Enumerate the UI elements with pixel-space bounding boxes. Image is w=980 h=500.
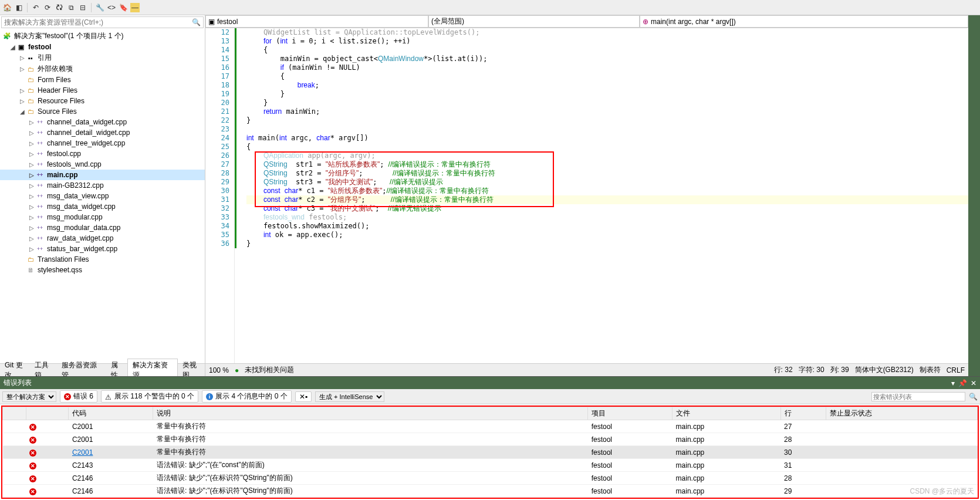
cpp-icon: ++ bbox=[35, 181, 45, 190]
error-table: 代码说明项目文件行禁止显示状态 ✕C2001常量中有换行符festoolmain… bbox=[0, 404, 980, 500]
sidebar-tab[interactable]: Git 更改 bbox=[0, 359, 30, 377]
source-file[interactable]: ▷++msg_modular.cpp bbox=[0, 212, 205, 222]
copy-icon[interactable]: ⧉ bbox=[66, 3, 76, 12]
watermark: CSDN @多云的夏天 bbox=[910, 487, 974, 496]
error-col-header[interactable]: 说明 bbox=[153, 407, 588, 420]
sidebar-tab[interactable]: 属性 bbox=[106, 359, 127, 377]
code-area[interactable]: 1213141516171819202122232425262728293031… bbox=[205, 28, 968, 363]
collapse-icon[interactable]: ⊟ bbox=[78, 3, 87, 12]
translation-files-node[interactable]: 🗀Translation Files bbox=[0, 254, 205, 265]
clear-filter[interactable]: ✕▪ bbox=[295, 391, 312, 402]
source-file[interactable]: ▷++raw_data_widget.cpp bbox=[0, 233, 205, 244]
panel-menu-icon[interactable]: ▾ bbox=[951, 379, 955, 387]
error-col-header[interactable]: 项目 bbox=[588, 407, 673, 420]
panel-pin-icon[interactable]: 📌 bbox=[958, 379, 967, 387]
error-row[interactable]: ✕C2001常量中有换行符festoolmain.cpp28 bbox=[3, 433, 978, 446]
error-icon: ✕ bbox=[29, 450, 36, 457]
wrench-icon[interactable]: 🔧 bbox=[95, 3, 104, 12]
toolbar: 🏠 ◧ ↶ ⟳ 🗘 ⧉ ⊟ 🔧 <> 🔖 — bbox=[0, 0, 980, 15]
crumb-func[interactable]: ⊕main(int argc, char * argv[]) bbox=[640, 15, 968, 28]
panel-close-icon[interactable]: ✕ bbox=[971, 379, 976, 387]
source-file[interactable]: ▷++main-GB2312.cpp bbox=[0, 180, 205, 191]
header-files-node[interactable]: ▷🗀Header Files bbox=[0, 85, 205, 96]
error-col-header[interactable]: 文件 bbox=[673, 407, 780, 420]
sync-icon[interactable]: ⟳ bbox=[43, 3, 52, 12]
editor-status: 100 % ● 未找到相关问题 行: 32 字符: 30 列: 39 简体中文(… bbox=[205, 363, 968, 376]
error-row[interactable]: ✕C2001常量中有换行符festoolmain.cpp27 bbox=[3, 420, 978, 433]
source-file[interactable]: ▷++channel_detail_widget.cpp bbox=[0, 127, 205, 138]
source-file[interactable]: ▷++festools_wnd.cpp bbox=[0, 159, 205, 170]
project-node[interactable]: ◢▣festool bbox=[0, 42, 205, 52]
error-col-header[interactable]: 代码 bbox=[69, 407, 153, 420]
error-row[interactable]: ✕C2146语法错误: 缺少";"(在标识符"QString"的前面)festo… bbox=[3, 485, 978, 498]
error-search-input[interactable] bbox=[871, 392, 965, 401]
source-files-node[interactable]: ◢🗀Source Files bbox=[0, 106, 205, 117]
cpp-icon: ++ bbox=[35, 202, 45, 211]
source-file[interactable]: ▷++msg_data_widget.cpp bbox=[0, 201, 205, 212]
error-col-header[interactable]: 禁止显示状态 bbox=[826, 407, 977, 420]
scope-select[interactable]: 整个解决方案 bbox=[2, 391, 56, 402]
sidebar-tab[interactable]: 类视图 bbox=[178, 359, 205, 377]
error-col-header[interactable] bbox=[3, 407, 26, 420]
source-file[interactable]: ▷++channel_data_widget.cpp bbox=[0, 117, 205, 127]
error-row[interactable]: ✕C2001常量中有换行符festoolmain.cpp30 bbox=[3, 446, 978, 459]
fold-margin[interactable] bbox=[235, 28, 246, 363]
source-file[interactable]: ▷++msg_data_view.cpp bbox=[0, 191, 205, 201]
error-icon: ✕ bbox=[29, 424, 36, 431]
source-file[interactable]: ▷++channel_tree_widget.cpp bbox=[0, 138, 205, 148]
form-files-node[interactable]: 🗀Form Files bbox=[0, 75, 205, 85]
source-file[interactable]: ▷++festool.cpp bbox=[0, 148, 205, 159]
solution-node[interactable]: 🧩解决方案"festool"(1 个项目/共 1 个) bbox=[0, 31, 205, 42]
resource-files-node[interactable]: ▷🗀Resource Files bbox=[0, 96, 205, 106]
code-icon[interactable]: <> bbox=[107, 3, 116, 12]
status-eol: CRLF bbox=[947, 366, 965, 374]
error-icon: ✕ bbox=[29, 475, 36, 482]
editor-breadcrumb: ▣festool (全局范围) ⊕main(int argc, char * a… bbox=[205, 15, 968, 28]
messages-filter[interactable]: i展示 4 个消息中的 0 个 bbox=[202, 390, 292, 403]
warnings-filter[interactable]: ⚠展示 118 个警告中的 0 个 bbox=[101, 390, 198, 403]
line-gutter: 1213141516171819202122232425262728293031… bbox=[205, 28, 235, 363]
crumb-scope[interactable]: (全局范围) bbox=[428, 15, 640, 28]
sidebar-tab[interactable]: 工具箱 bbox=[30, 359, 57, 377]
source-file[interactable]: ▷++status_bar_widget.cpp bbox=[0, 244, 205, 254]
editor: ▣festool (全局范围) ⊕main(int argc, char * a… bbox=[205, 15, 968, 376]
tag-icon[interactable]: 🔖 bbox=[119, 3, 128, 12]
build-filter-select[interactable]: 生成 + IntelliSense bbox=[315, 391, 384, 402]
refs-node[interactable]: ▷▪▪引用 bbox=[0, 52, 205, 63]
nav-icon[interactable]: ◧ bbox=[14, 3, 23, 12]
sidebar-tab[interactable]: 服务器资源管... bbox=[57, 359, 106, 377]
home-icon[interactable]: 🏠 bbox=[2, 3, 12, 12]
search-icon[interactable]: 🔍 bbox=[192, 18, 201, 26]
zoom-level[interactable]: 100 % bbox=[209, 366, 229, 374]
error-row[interactable]: ✕C2143语法错误: 缺少";"(在"const"的前面)festoolmai… bbox=[3, 459, 978, 472]
externals-node[interactable]: ▷🗀外部依赖项 bbox=[0, 63, 205, 75]
solution-search-input[interactable] bbox=[4, 18, 192, 26]
sidebar-tabs: Git 更改工具箱服务器资源管...属性解决方案资源...类视图 bbox=[0, 363, 205, 376]
solution-search[interactable]: 🔍 bbox=[1, 16, 204, 28]
warning-icon: ⚠ bbox=[105, 393, 112, 400]
code-text[interactable]: QWidgetList list = QApplication::topLeve… bbox=[246, 28, 968, 363]
back-icon[interactable]: ↶ bbox=[31, 3, 40, 12]
refresh-icon[interactable]: 🗘 bbox=[55, 3, 64, 12]
source-file[interactable]: ▷++msg_modular_data.cpp bbox=[0, 222, 205, 233]
status-tabs: 制表符 bbox=[920, 365, 941, 375]
cpp-icon: ++ bbox=[35, 170, 45, 180]
error-list-panel: 错误列表 ▾ 📌 ✕ 整个解决方案 ✕错误 6 ⚠展示 118 个警告中的 0 … bbox=[0, 376, 980, 500]
search-icon[interactable]: 🔍 bbox=[969, 393, 978, 401]
crumb-project[interactable]: ▣festool bbox=[205, 15, 428, 28]
error-col-header[interactable] bbox=[26, 407, 69, 420]
sidebar-tab[interactable]: 解决方案资源... bbox=[127, 359, 178, 376]
cpp-icon: ++ bbox=[35, 149, 45, 158]
cpp-icon: ++ bbox=[35, 128, 45, 137]
errors-filter[interactable]: ✕错误 6 bbox=[60, 390, 97, 403]
cpp-icon: ++ bbox=[35, 138, 45, 148]
stylesheet-file[interactable]: 🗎stylesheet.qss bbox=[0, 265, 205, 275]
error-col-header[interactable]: 行 bbox=[780, 407, 826, 420]
source-file[interactable]: ▷++main.cpp bbox=[0, 170, 205, 180]
right-toolstrip[interactable] bbox=[968, 15, 980, 376]
solution-explorer: 🔍 🧩解决方案"festool"(1 个项目/共 1 个) ◢▣festool … bbox=[0, 15, 205, 376]
status-col: 列: 39 bbox=[830, 365, 849, 375]
error-icon: ✕ bbox=[64, 393, 71, 400]
pin-icon[interactable]: — bbox=[130, 3, 140, 12]
error-row[interactable]: ✕C2146语法错误: 缺少";"(在标识符"QString"的前面)festo… bbox=[3, 472, 978, 485]
